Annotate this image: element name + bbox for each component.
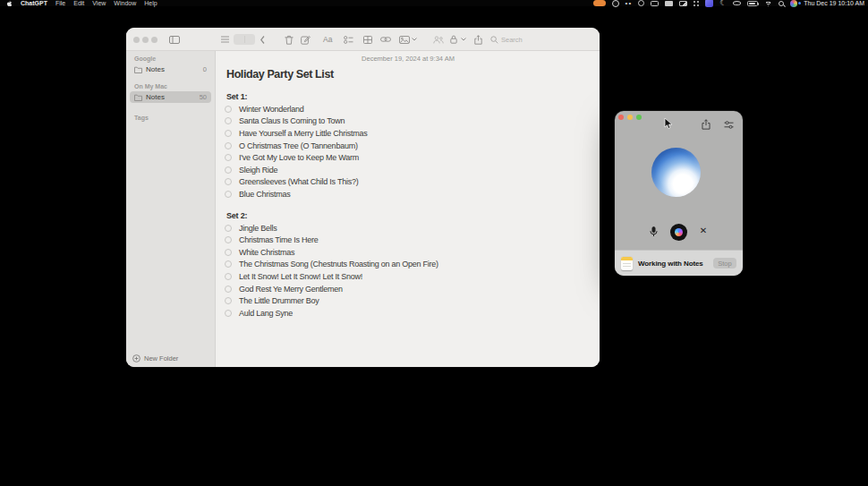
delete-note-button[interactable] (285, 28, 294, 51)
display-status-icon[interactable] (665, 1, 673, 6)
menu-bar-clock[interactable]: Thu Dec 19 10:10 AM (804, 0, 864, 6)
checklist-item[interactable]: Christmas Time Is Here (217, 234, 600, 246)
checkbox-circle-icon[interactable] (225, 273, 232, 280)
back-button[interactable] (260, 28, 265, 51)
checkbox-circle-icon[interactable] (225, 117, 232, 124)
menu-help[interactable]: Help (144, 0, 157, 6)
assistant-settings-button[interactable] (724, 117, 734, 133)
checklist-item[interactable]: Greensleeves (What Child Is This?) (217, 176, 600, 189)
search-field[interactable]: Search (490, 28, 523, 51)
active-app-menu[interactable]: ChatGPT (21, 0, 47, 6)
format-text-button[interactable]: Aa (323, 28, 332, 51)
eye-status-icon[interactable] (733, 1, 741, 5)
set-heading: Set 2: (226, 210, 600, 221)
keyboard-status-icon[interactable] (651, 1, 659, 6)
menu-file[interactable]: File (55, 0, 65, 6)
checkbox-circle-icon[interactable] (225, 154, 232, 161)
note-editor[interactable]: December 19, 2024 at 9:34 AM Holiday Par… (217, 51, 600, 367)
checklist-item[interactable]: Let It Snow! Let It Snow! Let It Snow! (217, 270, 600, 283)
sidebar-item-label: Notes (146, 93, 200, 101)
shortcuts-status-icon[interactable] (705, 0, 713, 7)
checklist-item[interactable]: Winter Wonderland (217, 103, 600, 115)
grid-status-icon[interactable] (694, 1, 695, 3)
checkbox-circle-icon[interactable] (225, 310, 232, 317)
menu-edit[interactable]: Edit (73, 0, 84, 6)
moon-status-icon[interactable] (719, 0, 727, 6)
assistant-minimize-window-button[interactable] (627, 115, 633, 120)
media-dropdown-button[interactable] (412, 28, 417, 51)
checkbox-circle-icon[interactable] (225, 297, 232, 304)
assistant-share-button[interactable] (702, 117, 711, 133)
checkbox-circle-icon[interactable] (225, 286, 232, 293)
note-date: December 19, 2024 at 9:34 AM (217, 55, 600, 63)
sidebar-item-notes[interactable]: Notes50 (130, 91, 211, 103)
sidebar-item-count: 0 (203, 65, 207, 73)
menu-view[interactable]: View (92, 0, 106, 6)
checklist-item[interactable]: Have Yourself a Merry Little Christmas (217, 127, 600, 140)
chatgpt-status-icon[interactable] (612, 0, 619, 7)
apple-menu[interactable] (6, 0, 13, 7)
wifi-status-icon[interactable] (764, 0, 772, 6)
checkbox-circle-icon[interactable] (225, 142, 232, 149)
checkbox-circle-icon[interactable] (225, 260, 232, 268)
checkbox-circle-icon[interactable] (225, 225, 232, 232)
checkbox-circle-icon[interactable] (225, 236, 232, 243)
checklist-item[interactable]: Jingle Bells (217, 222, 600, 234)
format-aa-icon: Aa (323, 35, 332, 44)
mouse-cursor (664, 117, 673, 133)
minimize-window-button[interactable] (142, 37, 149, 43)
zoom-window-button[interactable] (151, 37, 157, 43)
globe-status-icon[interactable] (638, 0, 644, 6)
checklist-item[interactable]: The Little Drummer Boy (217, 294, 600, 307)
lock-button[interactable] (450, 28, 457, 51)
checklist-item[interactable]: White Christmas (217, 246, 600, 259)
checklist-item[interactable]: God Rest Ye Merry Gentlemen (217, 283, 600, 295)
assistant-status-bar: Working with Notes Stop (615, 250, 743, 276)
collaborate-button[interactable] (433, 28, 444, 51)
checklist-item[interactable]: Santa Claus Is Coming to Town (217, 115, 600, 128)
note-title[interactable]: Holiday Party Set List (226, 68, 600, 81)
checklist-item[interactable]: Sleigh Ride (217, 164, 600, 176)
close-window-button[interactable] (133, 37, 140, 43)
table-button[interactable] (363, 28, 372, 51)
checklist-item[interactable]: O Christmas Tree (O Tannenbaum) (217, 140, 600, 152)
checkbox-circle-icon[interactable] (225, 249, 232, 256)
control-center-status-icon[interactable] (790, 0, 797, 7)
sidebar-item-notes[interactable]: Notes0 (130, 64, 211, 75)
voice-assistant-button[interactable] (670, 224, 687, 241)
microphone-button[interactable] (648, 226, 659, 237)
checklist-item[interactable]: I've Got My Love to Keep Me Warm (217, 151, 600, 164)
lock-dropdown-button[interactable] (461, 28, 466, 51)
toggle-sidebar-button[interactable] (169, 28, 180, 51)
menu-window[interactable]: Window (114, 0, 136, 6)
assistant-zoom-window-button[interactable] (636, 115, 642, 120)
stop-button[interactable]: Stop (713, 258, 736, 269)
trash-icon (285, 35, 294, 45)
sidebar-section-header: Google (126, 53, 215, 63)
photo-icon (399, 36, 410, 44)
record-pill-status-icon[interactable] (593, 0, 606, 6)
checklist-item[interactable]: Auld Lang Syne (217, 307, 600, 320)
compose-icon (301, 35, 311, 45)
media-button[interactable] (399, 28, 410, 51)
battery-status-icon[interactable] (747, 1, 758, 6)
screen-mirroring-status-icon[interactable] (679, 1, 687, 6)
share-button[interactable] (474, 28, 482, 51)
new-note-button[interactable] (301, 28, 311, 51)
checkbox-circle-icon[interactable] (225, 178, 232, 185)
checklist-item[interactable]: The Christmas Song (Chestnuts Roasting o… (217, 259, 600, 271)
spotlight-status-icon[interactable] (779, 1, 784, 6)
view-toggle-segmented-control[interactable] (234, 34, 255, 45)
list-view-button[interactable] (221, 28, 229, 51)
checkbox-circle-icon[interactable] (225, 106, 232, 113)
new-folder-button[interactable]: New Folder (132, 354, 178, 362)
checkbox-circle-icon[interactable] (225, 130, 232, 137)
link-button[interactable] (380, 28, 391, 51)
checkbox-circle-icon[interactable] (225, 191, 232, 198)
checklist-item[interactable]: Blue Christmas (217, 188, 600, 200)
dots-status-icon[interactable] (625, 0, 633, 6)
assistant-close-window-button[interactable] (618, 115, 624, 120)
checkbox-circle-icon[interactable] (225, 166, 232, 174)
checklist-button[interactable] (344, 28, 353, 51)
assistant-dismiss-button[interactable]: ✕ (698, 225, 709, 236)
